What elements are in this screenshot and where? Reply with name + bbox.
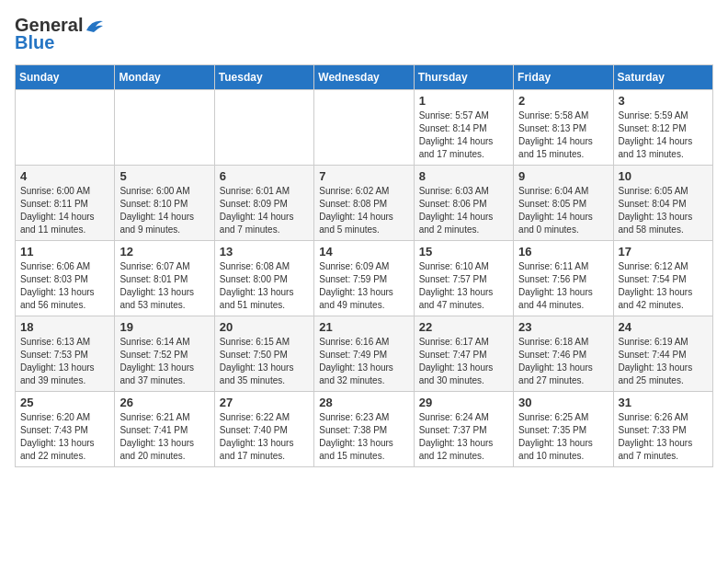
day-info: Sunrise: 6:12 AM Sunset: 7:54 PM Dayligh… [619,260,708,312]
day-number: 5 [119,169,209,183]
day-info: Sunrise: 6:04 AM Sunset: 8:05 PM Dayligh… [518,185,608,236]
calendar-cell: 27Sunrise: 6:22 AM Sunset: 7:40 PM Dayli… [214,392,313,467]
header-wednesday: Wednesday [314,65,414,90]
day-number: 25 [20,396,109,409]
day-number: 8 [419,169,508,183]
header-thursday: Thursday [414,65,513,90]
logo: General Blue [15,15,105,53]
calendar-cell: 25Sunrise: 6:20 AM Sunset: 7:43 PM Dayli… [16,392,115,467]
day-info: Sunrise: 6:25 AM Sunset: 7:35 PM Dayligh… [518,411,608,463]
day-number: 11 [20,245,109,259]
day-info: Sunrise: 6:21 AM Sunset: 7:41 PM Dayligh… [119,411,209,463]
day-number: 18 [20,320,109,334]
day-number: 2 [518,94,608,108]
header-monday: Monday [115,65,214,90]
calendar-cell: 2Sunrise: 5:58 AM Sunset: 8:13 PM Daylig… [514,90,613,166]
day-info: Sunrise: 6:07 AM Sunset: 8:01 PM Dayligh… [119,260,209,312]
week-row-4: 18Sunrise: 6:13 AM Sunset: 7:53 PM Dayli… [16,316,713,392]
week-row-2: 4Sunrise: 6:00 AM Sunset: 8:11 PM Daylig… [16,166,713,241]
day-number: 29 [419,396,508,409]
day-info: Sunrise: 6:18 AM Sunset: 7:46 PM Dayligh… [518,336,608,387]
day-number: 3 [619,94,708,108]
calendar-cell: 18Sunrise: 6:13 AM Sunset: 7:53 PM Dayli… [16,316,115,392]
calendar-cell: 15Sunrise: 6:10 AM Sunset: 7:57 PM Dayli… [414,241,513,316]
day-info: Sunrise: 6:03 AM Sunset: 8:06 PM Dayligh… [419,185,508,236]
day-info: Sunrise: 6:16 AM Sunset: 7:49 PM Dayligh… [319,336,408,387]
day-info: Sunrise: 6:11 AM Sunset: 7:56 PM Dayligh… [518,260,608,312]
day-number: 14 [319,245,408,259]
days-header-row: SundayMondayTuesdayWednesdayThursdayFrid… [16,65,713,90]
day-number: 21 [319,320,408,334]
day-info: Sunrise: 6:01 AM Sunset: 8:09 PM Dayligh… [220,185,309,236]
day-info: Sunrise: 6:20 AM Sunset: 7:43 PM Dayligh… [20,411,109,463]
calendar-cell: 9Sunrise: 6:04 AM Sunset: 8:05 PM Daylig… [514,166,613,241]
day-info: Sunrise: 6:15 AM Sunset: 7:50 PM Dayligh… [220,336,309,387]
day-number: 17 [619,245,708,259]
calendar-cell: 29Sunrise: 6:24 AM Sunset: 7:37 PM Dayli… [414,392,513,467]
day-number: 19 [119,320,209,334]
day-number: 15 [419,245,508,259]
day-info: Sunrise: 6:13 AM Sunset: 7:53 PM Dayligh… [20,336,109,387]
day-number: 12 [119,245,209,259]
calendar-cell: 3Sunrise: 5:59 AM Sunset: 8:12 PM Daylig… [613,90,712,166]
day-number: 27 [220,396,309,409]
calendar-cell: 28Sunrise: 6:23 AM Sunset: 7:38 PM Dayli… [314,392,414,467]
calendar-cell: 31Sunrise: 6:26 AM Sunset: 7:33 PM Dayli… [613,392,712,467]
day-number: 20 [220,320,309,334]
calendar-cell: 20Sunrise: 6:15 AM Sunset: 7:50 PM Dayli… [214,316,313,392]
day-info: Sunrise: 6:00 AM Sunset: 8:11 PM Dayligh… [20,185,109,236]
week-row-1: 1Sunrise: 5:57 AM Sunset: 8:14 PM Daylig… [16,90,713,166]
header-sunday: Sunday [16,65,115,90]
calendar-cell: 6Sunrise: 6:01 AM Sunset: 8:09 PM Daylig… [214,166,313,241]
day-info: Sunrise: 6:09 AM Sunset: 7:59 PM Dayligh… [319,260,408,312]
calendar-cell: 5Sunrise: 6:00 AM Sunset: 8:10 PM Daylig… [115,166,214,241]
day-number: 10 [619,169,708,183]
day-info: Sunrise: 6:05 AM Sunset: 8:04 PM Dayligh… [619,185,708,236]
day-info: Sunrise: 6:23 AM Sunset: 7:38 PM Dayligh… [319,411,408,463]
calendar-cell [16,90,115,166]
calendar-cell: 23Sunrise: 6:18 AM Sunset: 7:46 PM Dayli… [514,316,613,392]
day-number: 6 [220,169,309,183]
calendar-cell: 21Sunrise: 6:16 AM Sunset: 7:49 PM Dayli… [314,316,414,392]
logo-bird-icon [85,17,105,34]
calendar-cell: 16Sunrise: 6:11 AM Sunset: 7:56 PM Dayli… [514,241,613,316]
day-number: 16 [518,245,608,259]
logo-blue-text: Blue [15,32,54,53]
calendar-cell: 10Sunrise: 6:05 AM Sunset: 8:04 PM Dayli… [613,166,712,241]
day-info: Sunrise: 6:19 AM Sunset: 7:44 PM Dayligh… [619,336,708,387]
day-info: Sunrise: 6:06 AM Sunset: 8:03 PM Dayligh… [20,260,109,312]
calendar-cell: 4Sunrise: 6:00 AM Sunset: 8:11 PM Daylig… [16,166,115,241]
day-info: Sunrise: 6:17 AM Sunset: 7:47 PM Dayligh… [419,336,508,387]
page-header: General Blue [15,15,713,53]
calendar-cell: 19Sunrise: 6:14 AM Sunset: 7:52 PM Dayli… [115,316,214,392]
day-number: 13 [220,245,309,259]
day-number: 22 [419,320,508,334]
calendar-cell: 30Sunrise: 6:25 AM Sunset: 7:35 PM Dayli… [514,392,613,467]
day-info: Sunrise: 6:14 AM Sunset: 7:52 PM Dayligh… [119,336,209,387]
day-info: Sunrise: 6:24 AM Sunset: 7:37 PM Dayligh… [419,411,508,463]
calendar-cell [115,90,214,166]
calendar-cell: 13Sunrise: 6:08 AM Sunset: 8:00 PM Dayli… [214,241,313,316]
day-number: 1 [419,94,508,108]
day-number: 30 [518,396,608,409]
day-info: Sunrise: 6:00 AM Sunset: 8:10 PM Dayligh… [119,185,209,236]
header-tuesday: Tuesday [214,65,313,90]
day-number: 24 [619,320,708,334]
day-number: 23 [518,320,608,334]
day-number: 4 [20,169,109,183]
calendar-cell: 1Sunrise: 5:57 AM Sunset: 8:14 PM Daylig… [414,90,513,166]
week-row-3: 11Sunrise: 6:06 AM Sunset: 8:03 PM Dayli… [16,241,713,316]
day-info: Sunrise: 5:57 AM Sunset: 8:14 PM Dayligh… [419,109,508,161]
calendar-cell: 24Sunrise: 6:19 AM Sunset: 7:44 PM Dayli… [613,316,712,392]
calendar-cell [214,90,313,166]
day-info: Sunrise: 6:10 AM Sunset: 7:57 PM Dayligh… [419,260,508,312]
calendar-cell: 14Sunrise: 6:09 AM Sunset: 7:59 PM Dayli… [314,241,414,316]
header-friday: Friday [514,65,613,90]
day-number: 26 [119,396,209,409]
calendar-cell: 17Sunrise: 6:12 AM Sunset: 7:54 PM Dayli… [613,241,712,316]
day-number: 28 [319,396,408,409]
calendar-cell: 22Sunrise: 6:17 AM Sunset: 7:47 PM Dayli… [414,316,513,392]
calendar-cell: 26Sunrise: 6:21 AM Sunset: 7:41 PM Dayli… [115,392,214,467]
calendar-table: SundayMondayTuesdayWednesdayThursdayFrid… [15,64,713,467]
day-number: 9 [518,169,608,183]
